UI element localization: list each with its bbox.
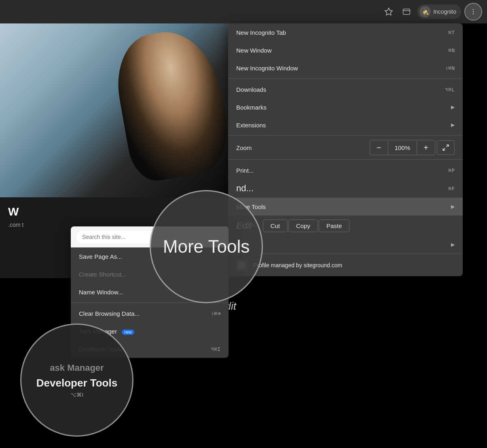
svg-marker-0 (385, 8, 392, 15)
task-manager-new-badge: new (122, 330, 134, 335)
menu-item-downloads[interactable]: Downloads ⌥⌘L (228, 80, 463, 98)
svg-line-6 (447, 145, 449, 147)
menu-item-new-window[interactable]: New Window ⌘N (228, 41, 463, 59)
menu-item-new-incognito-window[interactable]: New Incognito Window ⇧⌘N (228, 59, 463, 77)
incognito-profile-button[interactable]: 🕵️ Incognito (417, 4, 461, 19)
browser-chrome: 🕵️ Incognito (0, 0, 487, 23)
more-options-button[interactable] (464, 3, 482, 21)
incognito-label: Incognito (433, 8, 456, 15)
eye-hero-image (0, 23, 231, 197)
edit-row: Edit ⌘, Cut Copy Paste (228, 216, 463, 236)
menu-item-print[interactable]: Print... ⌘P (228, 161, 463, 179)
menu-item-extensions[interactable]: Extensions ▶ (228, 116, 463, 134)
task-manager-magnified-label: ask Manager (46, 362, 108, 374)
submenu-item-clear-browsing-data[interactable]: Clear Browsing Data... ⇧⌘⌫ (71, 304, 229, 322)
menu-item-new-incognito-tab[interactable]: New Incognito Tab ⌘T (228, 23, 463, 41)
developer-tools-magnified-shortcut: ⌥⌘I (70, 392, 83, 398)
svg-point-5 (473, 13, 474, 14)
copy-button[interactable]: Copy (288, 220, 318, 232)
more-tools-magnified-label: More Tools (163, 237, 250, 257)
zoom-controls: − 100% + (370, 140, 435, 155)
developer-tools-magnified-label: Developer Tools (32, 374, 121, 389)
svg-rect-1 (403, 9, 410, 14)
paste-button[interactable]: Paste (319, 220, 349, 232)
divider-3 (228, 159, 463, 160)
svg-line-7 (443, 148, 445, 150)
menu-item-find[interactable]: nd... ⌘F (228, 179, 463, 198)
zoom-decrease-button[interactable]: − (370, 140, 388, 155)
zoom-value-display: 100% (388, 140, 417, 155)
zoom-fullscreen-button[interactable] (437, 140, 455, 155)
svg-point-3 (473, 9, 474, 10)
tab-search-icon[interactable] (399, 4, 414, 19)
clipboard-buttons: Cut Copy Paste (263, 220, 350, 232)
zoom-row: Zoom − 100% + (228, 137, 463, 158)
divider-1 (228, 78, 463, 79)
incognito-icon: 🕵️ (419, 6, 431, 17)
bookmark-star-icon[interactable] (381, 4, 396, 19)
profile-managed-text: Profile managed by siteground.com (253, 262, 342, 268)
menu-item-more-tools[interactable]: More Tools ▶ (228, 198, 463, 216)
menu-item-help[interactable]: Help ▶ (228, 236, 463, 254)
divider-2 (228, 135, 463, 136)
chrome-main-menu: New Incognito Tab ⌘T New Window ⌘N New I… (228, 23, 463, 276)
profile-row[interactable]: Profile managed by siteground.com (228, 254, 463, 276)
menu-item-bookmarks[interactable]: Bookmarks ▶ (228, 98, 463, 116)
cut-button[interactable]: Cut (263, 220, 288, 232)
devtools-magnifier: ask Manager Developer Tools ⌥⌘I (20, 323, 133, 437)
more-tools-magnifier: More Tools (150, 190, 263, 303)
svg-point-4 (473, 11, 474, 12)
zoom-increase-button[interactable]: + (417, 140, 435, 155)
